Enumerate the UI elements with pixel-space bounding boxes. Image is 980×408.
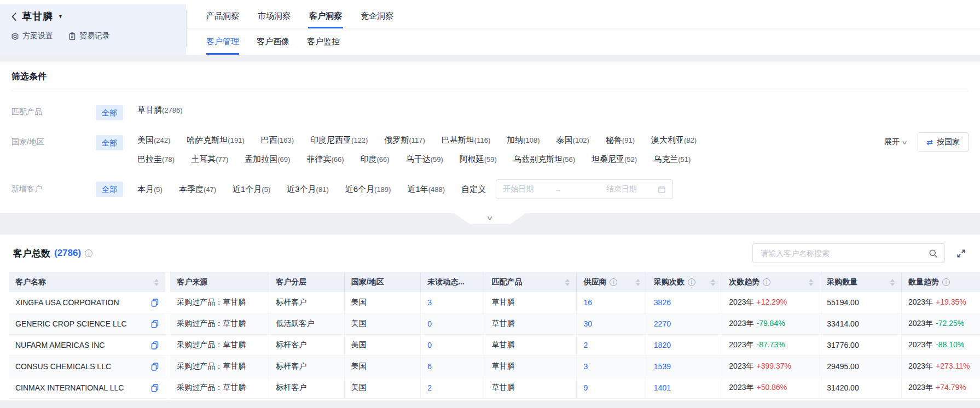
- suppliers-link[interactable]: 16: [583, 298, 592, 307]
- unread-link[interactable]: 6: [427, 362, 432, 371]
- suppliers-link[interactable]: 2: [583, 341, 588, 349]
- unread-link[interactable]: 0: [427, 319, 432, 328]
- unread-link[interactable]: 0: [427, 341, 432, 349]
- cell-product: 草甘膦: [485, 313, 577, 335]
- country-option[interactable]: 加纳(108): [507, 135, 540, 145]
- main-tab-market-insight[interactable]: 市场洞察: [257, 4, 292, 28]
- country-option[interactable]: 土耳其(77): [191, 154, 228, 165]
- main-tab-competitor-insight[interactable]: 竞企洞察: [359, 4, 395, 28]
- country-option-name: 印度: [361, 154, 377, 164]
- customer-search-input[interactable]: [753, 244, 944, 263]
- column-header-quantity_trend[interactable]: 数量趋势i: [902, 272, 980, 292]
- country-option[interactable]: 巴拉圭(78): [137, 154, 175, 165]
- new-customer-all-chip[interactable]: 全部: [96, 182, 123, 197]
- country-option[interactable]: 菲律宾(66): [306, 154, 344, 165]
- main-tab-product-insight[interactable]: 产品洞察: [205, 4, 240, 28]
- sort-icon[interactable]: [154, 279, 159, 286]
- country-option[interactable]: 乌兹别克斯坦(56): [513, 154, 575, 165]
- new-customer-option[interactable]: 近1个月(5): [233, 184, 270, 195]
- scheme-settings-button[interactable]: 方案设置: [11, 31, 53, 41]
- new-customer-option-count: (488): [428, 185, 445, 194]
- cell-suppliers: 3: [577, 356, 647, 377]
- country-option[interactable]: 阿根廷(59): [460, 154, 497, 165]
- sub-tab-customer-management[interactable]: 客户管理: [205, 28, 240, 55]
- filter-panel: 筛选条件 匹配产品 全部 草甘膦(2786) 国家/地区 全部 美国(242)哈…: [0, 62, 980, 213]
- info-icon[interactable]: i: [688, 278, 695, 286]
- purchases-link[interactable]: 2270: [654, 319, 671, 328]
- new-customer-option[interactable]: 本月(5): [137, 184, 163, 195]
- country-option-count: (242): [154, 136, 170, 144]
- back-icon[interactable]: [11, 12, 17, 21]
- country-option[interactable]: 孟加拉国(69): [245, 154, 290, 165]
- by-country-button[interactable]: ⇄ 按国家: [918, 132, 969, 152]
- new-customer-option[interactable]: 近1年(488): [407, 184, 445, 195]
- country-all-chip[interactable]: 全部: [96, 135, 123, 150]
- search-icon[interactable]: [929, 249, 938, 258]
- sort-icon[interactable]: [636, 279, 640, 286]
- country-option[interactable]: 印度(66): [361, 154, 390, 165]
- copy-icon[interactable]: [151, 363, 159, 371]
- country-option[interactable]: 乌干达(59): [406, 154, 443, 165]
- copy-icon[interactable]: [151, 299, 159, 307]
- column-header-purchase_trend[interactable]: 次数趋势i: [722, 272, 820, 292]
- main-tab-customer-insight[interactable]: 客户洞察: [308, 4, 343, 28]
- copy-icon[interactable]: [151, 341, 159, 349]
- country-option[interactable]: 坦桑尼亚(52): [592, 154, 637, 165]
- info-icon[interactable]: i: [85, 249, 92, 257]
- info-icon[interactable]: i: [763, 278, 770, 286]
- info-icon[interactable]: i: [610, 278, 617, 286]
- customer-name-link[interactable]: CONSUS CHEMICALS LLC: [15, 362, 111, 371]
- sort-icon[interactable]: [890, 279, 895, 286]
- customer-name-link[interactable]: GENERIC CROP SCIENCE LLC: [15, 319, 127, 328]
- purchases-link[interactable]: 1539: [654, 362, 671, 371]
- new-customer-option[interactable]: 近6个月(189): [345, 184, 391, 195]
- product-title-dropdown[interactable]: 草甘膦 ▼: [11, 10, 186, 23]
- country-option[interactable]: 印度尼西亚(122): [310, 135, 368, 145]
- country-option[interactable]: 巴西(163): [261, 135, 294, 145]
- filter-collapse-button[interactable]: ∨: [455, 213, 526, 224]
- product-option[interactable]: 草甘膦(2786): [137, 105, 183, 115]
- trade-records-button[interactable]: 贸易记录: [68, 31, 110, 41]
- country-option[interactable]: 泰国(102): [556, 135, 589, 145]
- expand-toggle[interactable]: 展开 ∨: [884, 137, 907, 147]
- sub-tab-customer-monitor[interactable]: 客户监控: [306, 28, 341, 55]
- column-header-product[interactable]: 匹配产品: [485, 272, 577, 292]
- country-option[interactable]: 澳大利亚(82): [651, 135, 697, 145]
- purchases-link[interactable]: 1820: [654, 341, 671, 349]
- country-option[interactable]: 秘鲁(91): [606, 135, 635, 145]
- unread-link[interactable]: 2: [427, 383, 432, 392]
- new-customer-option[interactable]: 本季度(47): [179, 184, 216, 195]
- suppliers-link[interactable]: 9: [583, 383, 588, 392]
- country-option[interactable]: 乌克兰(51): [653, 154, 691, 165]
- column-header-quantity[interactable]: 采购数量: [820, 272, 902, 292]
- sub-tab-customer-profile[interactable]: 客户画像: [256, 28, 291, 55]
- sort-icon[interactable]: [565, 279, 570, 286]
- country-option[interactable]: 美国(242): [137, 135, 170, 145]
- customer-name-link[interactable]: XINGFA USA CORPORATION: [15, 298, 119, 307]
- unread-link[interactable]: 3: [427, 298, 432, 307]
- sort-icon[interactable]: [711, 279, 715, 286]
- copy-icon[interactable]: [151, 320, 159, 328]
- new-customer-option[interactable]: 近3个月(81): [287, 184, 328, 195]
- fullscreen-icon[interactable]: [956, 248, 966, 259]
- title-dropdown-caret-icon[interactable]: ▼: [58, 14, 63, 19]
- purchases-link[interactable]: 1401: [654, 383, 671, 392]
- purchases-link[interactable]: 3826: [654, 298, 671, 307]
- country-option[interactable]: 俄罗斯(117): [384, 135, 425, 145]
- page-title[interactable]: 草甘膦: [22, 10, 53, 23]
- column-header-suppliers[interactable]: 供应商i: [577, 272, 647, 292]
- column-header-name[interactable]: 客户名称: [9, 272, 170, 292]
- product-all-chip[interactable]: 全部: [96, 105, 123, 120]
- suppliers-link[interactable]: 3: [583, 362, 588, 371]
- date-range-input[interactable]: 开始日期 → 结束日期: [496, 179, 673, 199]
- sort-icon[interactable]: [809, 279, 813, 286]
- customer-name-link[interactable]: NUFARM AMERICAS INC: [15, 341, 105, 349]
- customer-name-link[interactable]: CINMAX INTERNATIONAL LLC: [15, 383, 124, 392]
- custom-date-option[interactable]: 自定义: [461, 184, 486, 195]
- suppliers-link[interactable]: 30: [583, 319, 592, 328]
- country-option[interactable]: 巴基斯坦(116): [442, 135, 490, 145]
- column-header-purchases[interactable]: 采购次数i: [647, 272, 723, 292]
- country-option[interactable]: 哈萨克斯坦(191): [187, 135, 244, 145]
- info-icon[interactable]: i: [942, 278, 950, 286]
- copy-icon[interactable]: [151, 384, 159, 392]
